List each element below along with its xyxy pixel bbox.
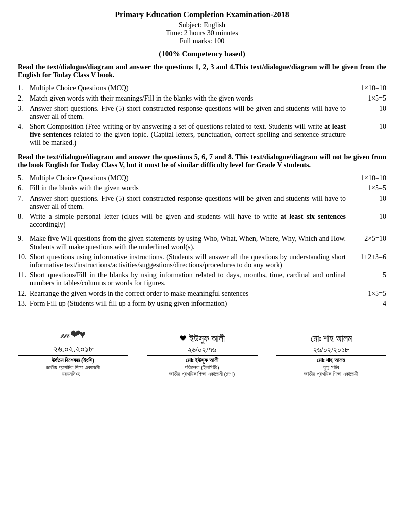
question-item-7: 7. Answer short questions. Five (5) shor… bbox=[18, 195, 386, 211]
question-marks-7: 10 bbox=[346, 195, 386, 203]
question-text-7: Answer short questions. Five (5) short c… bbox=[30, 195, 346, 211]
sig3-date: ২৬/০২/২০১৮ bbox=[276, 345, 386, 354]
question-num-8: 8. bbox=[18, 213, 30, 229]
subject-line: Subject: English bbox=[18, 21, 386, 29]
question-text-13: Form Fill up (Students will fill up a fo… bbox=[30, 300, 346, 308]
main-title: Primary Education Completion Examination… bbox=[18, 10, 386, 19]
section3-questions: 9. Make five WH questions from the given… bbox=[18, 235, 386, 308]
question-item-4: 4. Short Composition (Free writing or by… bbox=[18, 123, 386, 147]
question-text-2: Match given words with their meanings/Fi… bbox=[30, 94, 346, 103]
sig1-handwriting: 𝓂❤♥ bbox=[18, 328, 128, 342]
question-marks-6: 1×5=5 bbox=[346, 184, 386, 192]
question-num-2: 2. bbox=[18, 94, 30, 103]
question-text-3: Answer short questions. Five (5) short c… bbox=[30, 105, 346, 121]
signature-1: 𝓂❤♥ ২৬.০২.২০১৮ উর্ধতন বিশেষজ্ঞ (ইংসি) জা… bbox=[18, 328, 128, 377]
question-item-12: 12. Rearrange the given words in the cor… bbox=[18, 289, 386, 298]
question-num-9: 9. bbox=[18, 235, 30, 251]
question-text-12: Rearrange the given words in the correct… bbox=[30, 289, 346, 298]
question-num-11: 11. bbox=[18, 271, 30, 287]
question-marks-11: 5 bbox=[346, 271, 386, 279]
question-marks-10: 1+2+3=6 bbox=[346, 253, 386, 261]
sig3-title: যুগ্ম সচিব bbox=[276, 364, 386, 371]
document-header: Primary Education Completion Examination… bbox=[18, 10, 386, 45]
section2-instructions: Read the text/dialogue/diagram and answe… bbox=[18, 153, 386, 169]
question-num-6: 6. bbox=[18, 184, 30, 192]
question-num-13: 13. bbox=[18, 300, 30, 308]
sig1-name: উর্ধতন বিশেষজ্ঞ (ইংসি) bbox=[18, 357, 128, 364]
question-marks-4: 10 bbox=[346, 123, 386, 131]
question-text-11: Short questions/Fill in the blanks by us… bbox=[30, 271, 346, 287]
sig2-org: জাতীয় প্রাথমিক শিক্ষা একাডেমী (দেশ) bbox=[147, 371, 258, 377]
sig2-handwriting: ❤ ইউসুফ আলী bbox=[147, 333, 258, 344]
sig2-date: ২৬/০২/৭৬ bbox=[147, 345, 258, 354]
question-num-4: 4. bbox=[18, 123, 30, 147]
question-marks-8: 10 bbox=[346, 213, 386, 221]
sig1-date: ২৬.০২.২০১৮ bbox=[18, 344, 128, 354]
signature-2: ❤ ইউসুফ আলী ২৬/০২/৭৬ মোঃ ইউসুফ আলী পরিচা… bbox=[147, 333, 258, 377]
sig2-name: মোঃ ইউসুফ আলী bbox=[147, 357, 258, 364]
question-item-2: 2. Match given words with their meanings… bbox=[18, 94, 386, 103]
question-item-11: 11. Short questions/Fill in the blanks b… bbox=[18, 271, 386, 287]
question-num-12: 12. bbox=[18, 289, 30, 298]
question-marks-13: 4 bbox=[346, 300, 386, 308]
sig2-title: পরিচালক (ইনসিটিং) bbox=[147, 364, 258, 371]
question-num-10: 10. bbox=[18, 253, 30, 269]
question-marks-2: 1×5=5 bbox=[346, 94, 386, 103]
sig1-underline bbox=[18, 355, 128, 356]
question-marks-9: 2×5=10 bbox=[346, 235, 386, 243]
question-item-1: 1. Multiple Choice Questions (MCQ) 1×10=… bbox=[18, 84, 386, 92]
question-item-13: 13. Form Fill up (Students will fill up … bbox=[18, 300, 386, 308]
question-marks-3: 10 bbox=[346, 105, 386, 113]
question-text-9: Make five WH questions from the given st… bbox=[30, 235, 346, 251]
time-line: Time: 2 hours 30 minutes bbox=[18, 29, 386, 37]
question-num-3: 3. bbox=[18, 105, 30, 121]
question-text-8: Write a simple personal letter (clues wi… bbox=[30, 213, 346, 229]
question-text-5: Multiple Choice Questions (MCQ) bbox=[30, 174, 346, 182]
sig2-underline bbox=[147, 355, 258, 356]
question-item-9: 9. Make five WH questions from the given… bbox=[18, 235, 386, 251]
sig3-name: মোঃ শাহ আলম bbox=[276, 357, 386, 364]
question-item-10: 10. Short questions using informative in… bbox=[18, 253, 386, 269]
marks-line: Full marks: 100 bbox=[18, 37, 386, 45]
sig3-underline bbox=[276, 355, 386, 356]
question-item-6: 6. Fill in the blanks with the given wor… bbox=[18, 184, 386, 192]
section2-questions: 5. Multiple Choice Questions (MCQ) 1×10=… bbox=[18, 174, 386, 229]
sig1-title: জাতীয় প্রাথমিক শিক্ষা একাডেমী bbox=[18, 364, 128, 371]
question-text-1: Multiple Choice Questions (MCQ) bbox=[30, 84, 346, 92]
question-text-10: Short questions using informative instru… bbox=[30, 253, 346, 269]
question-marks-1: 1×10=10 bbox=[346, 84, 386, 92]
question-item-3: 3. Answer short questions. Five (5) shor… bbox=[18, 105, 386, 121]
sig1-location: ময়মনসিংহ । bbox=[18, 371, 128, 377]
signature-3: মোঃ শাহ আলম ২৬/০২/২০১৮ মোঃ শাহ আলম যুগ্ম… bbox=[276, 333, 386, 377]
question-text-4: Short Composition (Free writing or by an… bbox=[30, 123, 346, 147]
section1-instructions: Read the text/dialogue/diagram and answe… bbox=[18, 63, 386, 79]
question-marks-12: 1×5=5 bbox=[346, 289, 386, 298]
competency-label: (100% Competency based) bbox=[18, 50, 386, 58]
question-marks-5: 1×10=10 bbox=[346, 174, 386, 182]
question-num-5: 5. bbox=[18, 174, 30, 182]
signatures-section: 𝓂❤♥ ২৬.০২.২০১৮ উর্ধতন বিশেষজ্ঞ (ইংসি) জা… bbox=[18, 323, 386, 377]
sig3-org: জাতীয় প্রাথমিক শিক্ষা একাডেমী bbox=[276, 371, 386, 377]
question-num-7: 7. bbox=[18, 195, 30, 211]
question-text-6: Fill in the blanks with the given words bbox=[30, 184, 346, 192]
question-num-1: 1. bbox=[18, 84, 30, 92]
question-item-8: 8. Write a simple personal letter (clues… bbox=[18, 213, 386, 229]
section1-questions: 1. Multiple Choice Questions (MCQ) 1×10=… bbox=[18, 84, 386, 147]
question-item-5: 5. Multiple Choice Questions (MCQ) 1×10=… bbox=[18, 174, 386, 182]
sig3-handwriting: মোঃ শাহ আলম bbox=[276, 333, 386, 344]
